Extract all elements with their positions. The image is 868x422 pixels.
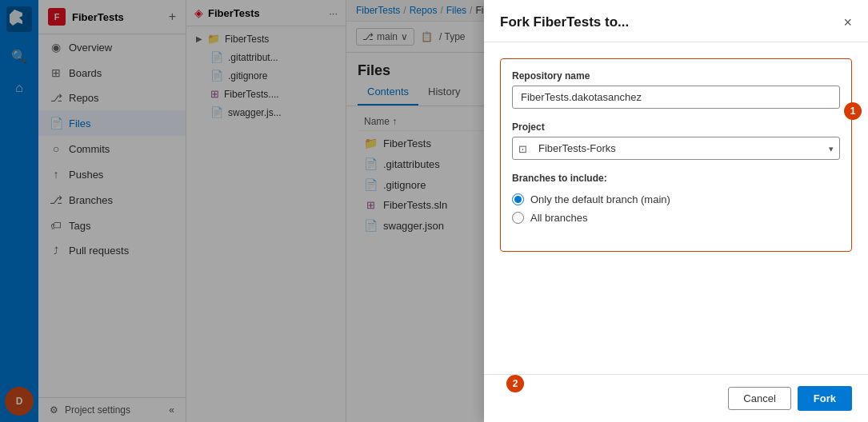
modal-overlay: Fork FiberTests to... × Repository name … bbox=[0, 0, 868, 422]
branch-all-radio[interactable] bbox=[512, 212, 524, 224]
branch-default-option[interactable]: Only the default branch (main) bbox=[512, 190, 840, 209]
repo-name-input[interactable] bbox=[512, 86, 840, 109]
repo-name-group: Repository name bbox=[512, 70, 840, 109]
modal-header: Fork FiberTests to... × bbox=[484, 0, 868, 42]
branches-group: Branches to include: Only the default br… bbox=[512, 173, 840, 227]
badge-1: 1 bbox=[844, 102, 862, 120]
project-select[interactable]: FiberTests-Forks bbox=[512, 137, 840, 160]
branches-label: Branches to include: bbox=[512, 173, 840, 184]
branch-default-radio[interactable] bbox=[512, 193, 524, 205]
fork-modal: Fork FiberTests to... × Repository name … bbox=[484, 0, 868, 422]
badge-2: 2 bbox=[506, 375, 524, 392]
cancel-button[interactable]: Cancel bbox=[728, 387, 790, 410]
branch-all-option[interactable]: All branches bbox=[512, 209, 840, 227]
branches-radio-group: Only the default branch (main) All branc… bbox=[512, 190, 840, 227]
repo-name-label: Repository name bbox=[512, 70, 840, 82]
project-group: Project ⊡ FiberTests-Forks ▾ bbox=[512, 121, 840, 160]
modal-footer: 2 Cancel Fork bbox=[484, 374, 868, 422]
project-label: Project bbox=[512, 121, 840, 133]
modal-body: Repository name Project ⊡ FiberTests-For… bbox=[484, 42, 868, 374]
project-select-icon: ⊡ bbox=[518, 142, 527, 154]
project-select-wrapper: ⊡ FiberTests-Forks ▾ bbox=[512, 137, 840, 160]
close-button[interactable]: × bbox=[843, 15, 852, 30]
modal-title: Fork FiberTests to... bbox=[500, 14, 629, 30]
fork-form-section: Repository name Project ⊡ FiberTests-For… bbox=[500, 58, 852, 252]
fork-button[interactable]: Fork bbox=[798, 386, 852, 411]
